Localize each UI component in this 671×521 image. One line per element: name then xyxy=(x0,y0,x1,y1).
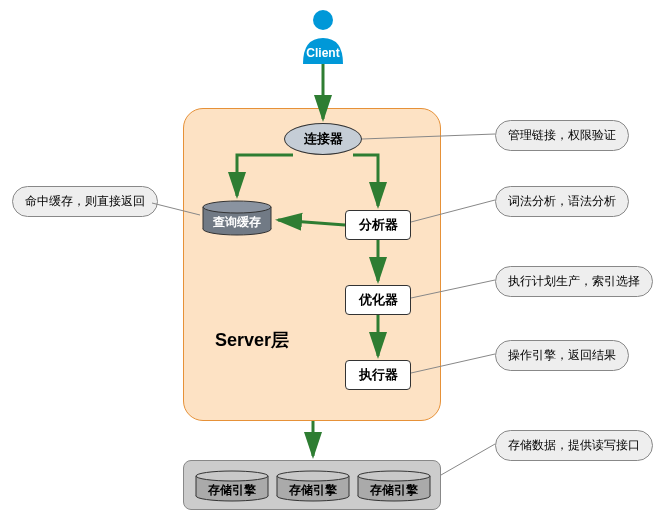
node-optimizer: 优化器 xyxy=(345,285,411,315)
storage-engine-3-label: 存储引擎 xyxy=(357,482,431,499)
node-cache: 查询缓存 xyxy=(202,200,272,236)
storage-engine-1-label: 存储引擎 xyxy=(195,482,269,499)
node-connector-label: 连接器 xyxy=(304,130,343,148)
storage-engine-2-label: 存储引擎 xyxy=(276,482,350,499)
node-cache-label: 查询缓存 xyxy=(202,214,272,231)
client-label: Client xyxy=(298,46,348,60)
svg-line-31 xyxy=(441,444,495,475)
svg-point-5 xyxy=(203,201,271,213)
node-executor-label: 执行器 xyxy=(359,366,398,384)
svg-point-10 xyxy=(196,471,268,481)
node-optimizer-label: 优化器 xyxy=(359,291,398,309)
callout-cache: 命中缓存，则直接返回 xyxy=(12,186,158,217)
node-analyzer: 分析器 xyxy=(345,210,411,240)
storage-engine-2: 存储引擎 xyxy=(276,470,350,502)
storage-engine-1: 存储引擎 xyxy=(195,470,269,502)
callout-connector: 管理链接，权限验证 xyxy=(495,120,629,151)
client-icon: Client xyxy=(298,8,348,64)
callout-optimizer: 执行计划生产，索引选择 xyxy=(495,266,653,297)
node-analyzer-label: 分析器 xyxy=(359,216,398,234)
storage-engine-3: 存储引擎 xyxy=(357,470,431,502)
callout-analyzer: 词法分析，语法分析 xyxy=(495,186,629,217)
callout-storage: 存储数据，提供读写接口 xyxy=(495,430,653,461)
svg-point-15 xyxy=(277,471,349,481)
server-layer-title: Server层 xyxy=(215,328,289,352)
svg-point-0 xyxy=(313,10,333,30)
node-connector: 连接器 xyxy=(284,123,362,155)
node-executor: 执行器 xyxy=(345,360,411,390)
callout-executor: 操作引擎，返回结果 xyxy=(495,340,629,371)
svg-point-20 xyxy=(358,471,430,481)
